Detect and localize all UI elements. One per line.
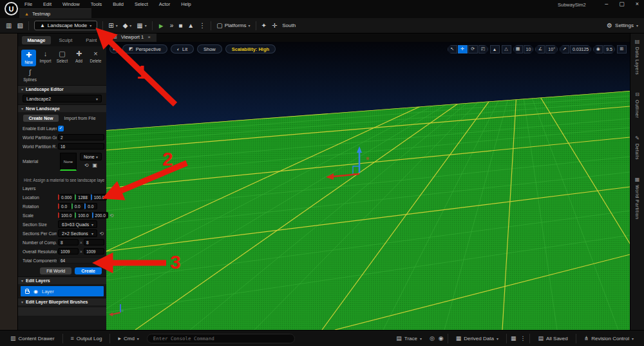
sections-per-component-dropdown[interactable]: 2×2 Sections▾ [58,229,97,237]
resolution-y-input[interactable]: 1009 [84,248,104,255]
location-z-input[interactable]: 100.0 [91,194,107,200]
grid-snap-icon[interactable]: ▦ [513,45,523,53]
tab-world-partition[interactable]: ▦World Partition [635,177,640,219]
tool-add-button[interactable]: ✚Add [71,50,86,66]
import-from-file-toggle[interactable]: Import from File [59,115,101,122]
scale-x-input[interactable]: 100.0 [58,212,74,218]
scalability-warning[interactable]: Scalability: High [225,44,276,53]
more-options-dots-icon[interactable]: ⋮ [520,335,526,341]
edit-layer-item[interactable]: ◉ Layer [21,286,104,296]
tab-sculpt[interactable]: Sculpt [53,36,78,44]
camera-speed-value[interactable]: 9.5 [603,45,615,53]
stop-icon[interactable]: ■ [178,23,182,29]
material-dropdown[interactable]: None▾ [80,153,102,160]
tab-paint[interactable]: Paint [80,36,102,44]
menu-build[interactable]: Build [113,1,124,7]
rotation-z-input[interactable]: 0.0 [84,203,97,209]
viewport-canvas[interactable] [106,42,630,330]
minimize-button[interactable]: – [605,1,608,7]
camera-speed-icon[interactable]: ◉ [593,45,603,53]
frame-skip-icon[interactable]: » [170,23,174,29]
new-landscape-header[interactable]: ▾New Landscape [18,104,106,112]
unlock-icon[interactable] [25,291,30,294]
record-icon[interactable]: ◎ [430,335,435,341]
cinematics-button[interactable]: ▦▾ [137,23,146,29]
menu-edit[interactable]: Edit [43,1,52,7]
world-partition-grid-input[interactable]: 2 [58,134,104,140]
blueprint-brushes-header[interactable]: ▾Edit Layer Blueprint Brushes [18,298,106,305]
add-actor-button[interactable]: ⊞▾ [108,23,117,29]
edit-layers-header[interactable]: ▾Edit Layers [18,276,106,284]
output-log-button[interactable]: ≡Output Log [67,335,106,341]
derived-data-dropdown[interactable]: ▦Derived Data▾ [452,335,502,341]
angle-snap-icon[interactable]: ∠ [535,45,545,53]
unreal-logo-icon[interactable]: U [5,2,18,15]
editor-mode-dropdown[interactable]: ▲ Landscape Mode ▾ [34,21,97,30]
tool-delete-button[interactable]: ×Delete [88,50,103,66]
asset-tab-testmap[interactable]: ▲ Testmap [19,8,91,18]
content-browser-icon[interactable]: ▧ [17,23,23,29]
tool-splines-button[interactable]: ∫Splines [23,68,37,82]
tool-select-button[interactable]: ▢Select [55,50,70,66]
world-partition-region-input[interactable]: 16 [58,143,104,149]
location-y-input[interactable]: 1288 [75,194,90,200]
platforms-dropdown[interactable]: ▢ Platforms ▾ [216,23,250,29]
cmd-dropdown[interactable]: ▸Cmd▾ [114,335,142,341]
resolution-x-input[interactable]: 1009 [58,248,79,255]
rotation-x-input[interactable]: 0.0 [58,203,71,209]
scale-z-input[interactable]: 200.0 [92,212,108,218]
trace-dropdown[interactable]: ▤Trace▾ [392,335,426,341]
play-button[interactable]: ► [158,22,165,30]
lamp-icon[interactable]: ✦ [261,23,267,29]
restore-button[interactable]: ▢ [619,1,625,7]
scale-y-input[interactable]: 100.0 [75,212,91,218]
reset-scale-icon[interactable]: ⟲ [109,213,114,218]
surface-snapping-button[interactable]: △ [502,45,511,53]
eject-icon[interactable]: ▲ [187,23,194,29]
reset-location-icon[interactable]: ⟲ [108,195,113,200]
play-options-dots-icon[interactable]: ⋮ [199,23,205,29]
settings-dropdown[interactable]: ⚙ Settings ▾ [607,23,638,29]
grid-snap-value[interactable]: 10 [524,45,534,53]
close-tab-icon[interactable]: × [147,34,151,40]
tab-outliner[interactable]: ⊟Outliner [635,91,639,119]
use-selected-asset-icon[interactable]: ⟲ [84,162,89,168]
landscape-select-dropdown[interactable]: Landscape2▾ [23,95,102,102]
eye-visibility-icon[interactable]: ◉ [33,289,38,294]
blueprints-button[interactable]: ◆▾ [123,23,132,29]
menu-actor[interactable]: Actor [159,1,171,7]
components-x-input[interactable]: 8 [58,239,79,245]
create-button[interactable]: Create [75,267,102,274]
menu-window[interactable]: Window [62,1,80,7]
console-command-input[interactable] [147,334,295,343]
rotate-tool-button[interactable]: ⟳ [468,45,478,53]
save-icon[interactable]: ▥ [6,23,12,29]
enable-edit-layers-checkbox[interactable]: ✓ [58,126,64,131]
move-tool-button[interactable]: ✛ [458,45,468,53]
viewport-tab[interactable]: ⊞ Viewport 1 × [108,32,156,42]
scale-snap-value[interactable]: 0.03125 [570,45,591,53]
scale-tool-button[interactable]: ◰ [478,45,488,53]
create-new-toggle[interactable]: Create New [23,115,58,122]
navigation-cross-icon[interactable]: ✛ [272,23,277,29]
world-coordinate-button[interactable]: ▲ [490,45,500,53]
maximize-viewport-button[interactable]: ⊞ [617,45,627,53]
close-button[interactable]: × [636,1,639,7]
insights-icon[interactable]: ▦ [511,335,516,341]
location-x-input[interactable]: 0.000 [58,194,74,200]
scale-snap-icon[interactable]: ↗ [560,45,569,53]
tool-new-button[interactable]: ✚New [21,50,36,66]
material-thumbnail[interactable]: None [60,153,77,171]
components-y-input[interactable]: 8 [84,239,104,245]
rotation-y-input[interactable]: 0.0 [71,203,84,209]
section-size-dropdown[interactable]: 63×63 Quads▾ [58,220,97,228]
angle-snap-value[interactable]: 10° [545,45,558,53]
reset-sections-icon[interactable]: ⟲ [99,231,104,236]
3d-viewport[interactable]: ≡ ◩Perspective ◐Lit Show Scalability: Hi… [106,42,630,330]
revision-control-dropdown[interactable]: ⋔Revision Control▾ [580,335,638,341]
tab-manage[interactable]: Manage [22,36,52,44]
content-drawer-button[interactable]: ▥Content Drawer [6,335,59,341]
tab-details[interactable]: ✎Details [635,135,639,160]
lit-dropdown[interactable]: ◐Lit [171,44,194,53]
landscape-editor-header[interactable]: ▾Landscape Editor [18,85,106,93]
